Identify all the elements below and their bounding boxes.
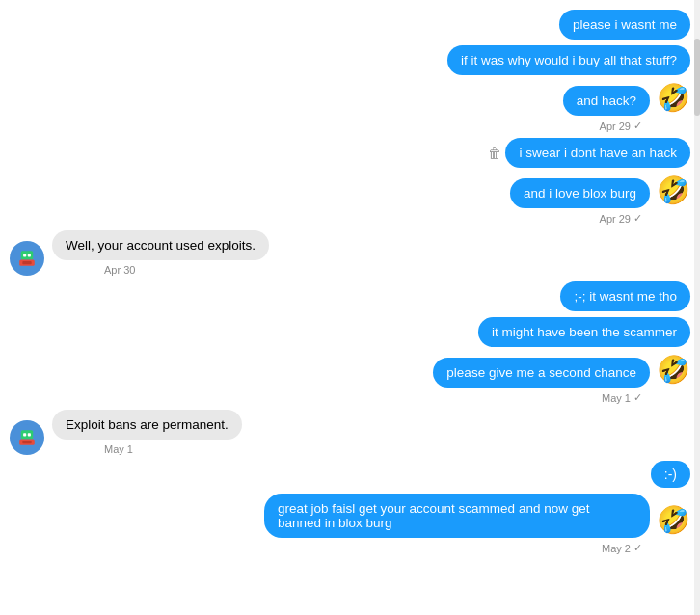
timestamp-area: Apr 30 bbox=[52, 264, 269, 276]
chat-bubble: Exploit bans are permanent. bbox=[52, 410, 242, 440]
timestamp-area: May 1 bbox=[52, 443, 242, 455]
timestamp: Apr 30 bbox=[104, 264, 135, 276]
message-row: great job faisl get your account scammed… bbox=[0, 494, 700, 554]
svg-rect-3 bbox=[28, 254, 31, 256]
avatar bbox=[10, 241, 44, 276]
timestamp: May 2 ✓ bbox=[602, 542, 642, 554]
message-row: it might have been the scammer bbox=[0, 317, 700, 347]
timestamp-area: May 1 ✓ bbox=[433, 391, 690, 404]
svg-rect-2 bbox=[23, 254, 26, 256]
avatar: 🤣 bbox=[656, 503, 690, 538]
chat-bubble: please i wasnt me bbox=[559, 10, 690, 40]
scrollbar[interactable] bbox=[694, 0, 700, 615]
chat-bubble: please give me a second chance bbox=[433, 358, 650, 388]
timestamp: May 1 bbox=[104, 443, 133, 455]
chat-bubble: Well, your account used exploits. bbox=[52, 230, 269, 260]
message-row: and i love blox burg 🤣 Apr 29 ✓ bbox=[0, 174, 700, 225]
message-group: Exploit bans are permanent. May 1 bbox=[52, 410, 242, 455]
chat-bubble: i swear i dont have an hack bbox=[505, 138, 690, 168]
chat-bubble: if it was why would i buy all that stuff… bbox=[447, 45, 690, 75]
message-row: ;-; it wasnt me tho bbox=[0, 281, 700, 311]
message-row: Well, your account used exploits. Apr 30 bbox=[0, 230, 700, 276]
avatar: 🤣 bbox=[656, 353, 690, 388]
message-row: :-) bbox=[0, 461, 700, 488]
chat-bubble: and i love blox burg bbox=[510, 178, 650, 208]
message-row: 🗑 i swear i dont have an hack bbox=[0, 138, 700, 168]
timestamp: Apr 29 ✓ bbox=[600, 120, 642, 132]
svg-rect-9 bbox=[28, 433, 31, 436]
message-group: and hack? 🤣 Apr 29 ✓ bbox=[563, 81, 690, 132]
message-group: and i love blox burg 🤣 Apr 29 ✓ bbox=[510, 174, 690, 225]
timestamp: May 1 ✓ bbox=[602, 391, 642, 404]
timestamp-area: May 2 ✓ bbox=[264, 542, 690, 554]
message-group: please give me a second chance 🤣 May 1 ✓ bbox=[433, 353, 690, 404]
chat-bubble: :-) bbox=[651, 461, 690, 488]
message-row: please i wasnt me bbox=[0, 10, 700, 40]
message-row: if it was why would i buy all that stuff… bbox=[0, 45, 700, 75]
message-group: Well, your account used exploits. Apr 30 bbox=[52, 230, 269, 276]
message-row: please give me a second chance 🤣 May 1 ✓ bbox=[0, 353, 700, 404]
avatar: 🤣 bbox=[656, 174, 690, 208]
svg-rect-5 bbox=[22, 261, 31, 264]
svg-rect-11 bbox=[22, 441, 31, 443]
message-row: Exploit bans are permanent. May 1 bbox=[0, 410, 700, 455]
chat-bubble: it might have been the scammer bbox=[478, 317, 690, 347]
chat-bubble: great job faisl get your account scammed… bbox=[264, 494, 650, 538]
message-group: great job faisl get your account scammed… bbox=[264, 494, 690, 554]
svg-rect-8 bbox=[23, 433, 26, 436]
chat-container: please i wasnt me if it was why would i … bbox=[0, 0, 700, 564]
chat-bubble: ;-; it wasnt me tho bbox=[560, 281, 690, 311]
scrollbar-thumb[interactable] bbox=[694, 39, 700, 116]
chat-bubble: and hack? bbox=[563, 86, 650, 116]
timestamp-area: Apr 29 ✓ bbox=[510, 212, 690, 225]
svg-rect-7 bbox=[21, 430, 33, 439]
message-row: and hack? 🤣 Apr 29 ✓ bbox=[0, 81, 700, 132]
svg-rect-1 bbox=[21, 251, 33, 259]
timestamp-area: Apr 29 ✓ bbox=[563, 120, 690, 132]
timestamp: Apr 29 ✓ bbox=[600, 212, 642, 225]
avatar: 🤣 bbox=[656, 81, 690, 116]
delete-icon[interactable]: 🗑 bbox=[488, 146, 501, 161]
avatar bbox=[10, 420, 44, 455]
